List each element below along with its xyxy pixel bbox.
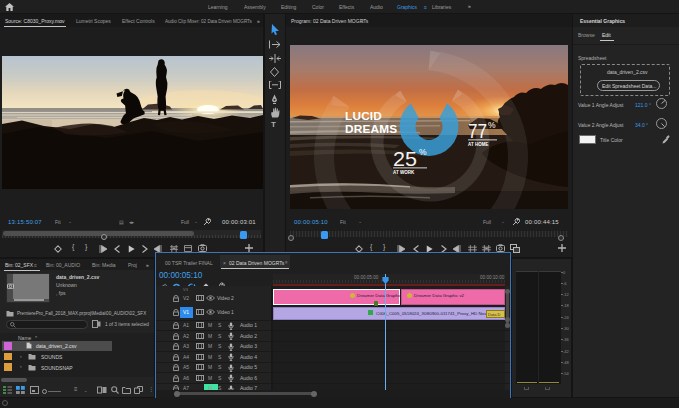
svg-text:AT WORK: AT WORK — [393, 170, 415, 175]
svg-text:AT HOME: AT HOME — [468, 142, 488, 147]
svg-text:77: 77 — [468, 119, 487, 142]
svg-text:DREAMS: DREAMS — [345, 122, 397, 136]
svg-text:%: % — [419, 147, 427, 157]
svg-text:25: 25 — [393, 147, 417, 170]
svg-text:LUCID: LUCID — [345, 109, 382, 123]
svg-text:%: % — [488, 120, 496, 130]
